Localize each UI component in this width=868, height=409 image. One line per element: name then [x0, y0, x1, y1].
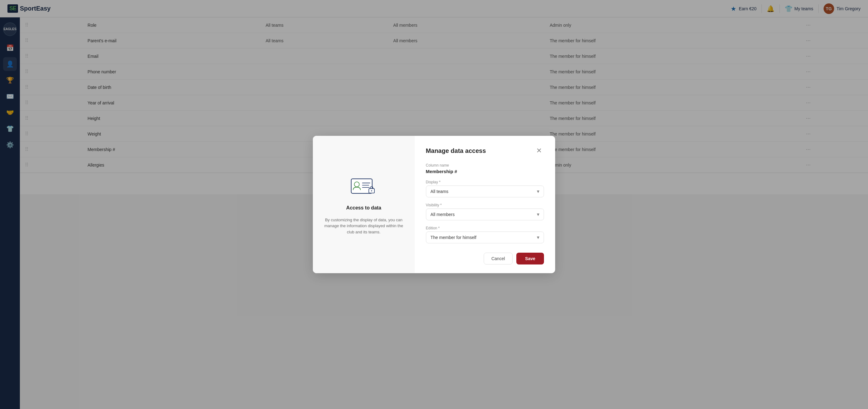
- visibility-select-wrap: All membersAdmin onlyThe member for hims…: [426, 208, 544, 221]
- modal-left-title: Access to data: [346, 205, 381, 211]
- modal-left-panel: Access to data By customizing the displa…: [313, 136, 415, 273]
- cancel-button[interactable]: Cancel: [484, 253, 513, 264]
- visibility-label: Visibility *: [426, 203, 544, 207]
- display-label: Display *: [426, 180, 544, 184]
- modal-footer: Cancel Save: [426, 249, 544, 264]
- id-card-icon: [350, 176, 378, 197]
- svg-point-6: [371, 190, 372, 192]
- display-select[interactable]: All teamsMy teams onlyNo teams: [426, 185, 544, 197]
- display-group: Display * All teamsMy teams onlyNo teams…: [426, 180, 544, 197]
- visibility-select[interactable]: All membersAdmin onlyThe member for hims…: [426, 208, 544, 221]
- modal-close-button[interactable]: ✕: [534, 146, 544, 156]
- modal-left-desc: By customizing the display of data, you …: [323, 217, 405, 235]
- visibility-group: Visibility * All membersAdmin onlyThe me…: [426, 203, 544, 221]
- edition-label: Edition *: [426, 226, 544, 230]
- modal-header: Manage data access ✕: [426, 146, 544, 156]
- column-name-value: Membership #: [426, 169, 457, 174]
- manage-data-modal: Access to data By customizing the displa…: [313, 136, 555, 273]
- column-name-group: Column name Membership #: [426, 163, 544, 174]
- edition-select[interactable]: All membersAdmin onlyThe member for hims…: [426, 232, 544, 243]
- modal-overlay: Access to data By customizing the displa…: [0, 0, 868, 409]
- display-select-wrap: All teamsMy teams onlyNo teams ▼: [426, 185, 544, 197]
- column-name-label: Column name: [426, 163, 544, 168]
- modal-icon-wrap: [348, 174, 379, 199]
- edition-select-wrap: All membersAdmin onlyThe member for hims…: [426, 232, 544, 243]
- modal-right-panel: Manage data access ✕ Column name Members…: [415, 136, 555, 273]
- modal-title: Manage data access: [426, 147, 486, 154]
- save-button[interactable]: Save: [516, 253, 544, 264]
- edition-group: Edition * All membersAdmin onlyThe membe…: [426, 226, 544, 243]
